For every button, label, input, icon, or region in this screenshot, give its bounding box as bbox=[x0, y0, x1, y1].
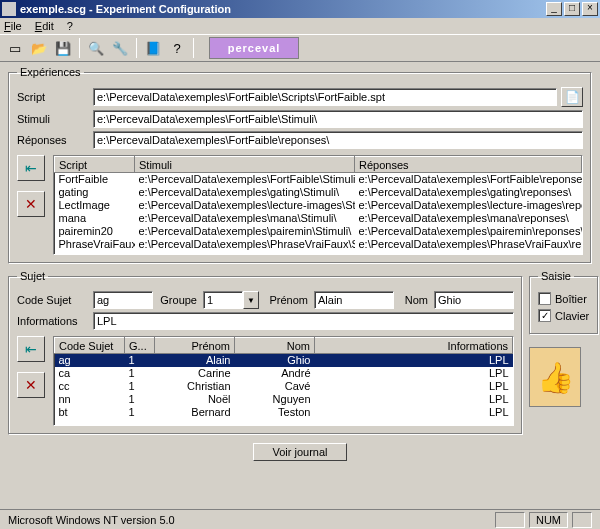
delete-experiment-button[interactable]: ✕ bbox=[17, 191, 45, 217]
add-experiment-button[interactable]: ⇤ bbox=[17, 155, 45, 181]
saisie-group: Saisie Boîtier ✓ Clavier bbox=[529, 270, 599, 335]
reponses-field[interactable]: e:\PercevalData\exemples\FortFaible\repo… bbox=[93, 131, 583, 149]
help-icon[interactable]: ? bbox=[166, 37, 188, 59]
checkbox-icon: ✓ bbox=[538, 309, 551, 322]
table-row[interactable]: LectImagee:\PercevalData\exemples\lectur… bbox=[55, 199, 582, 212]
table-row[interactable]: bt1BernardTestonLPL bbox=[55, 406, 513, 419]
table-row[interactable]: cc1ChristianCavéLPL bbox=[55, 380, 513, 393]
checkbox-icon bbox=[538, 292, 551, 305]
col-code[interactable]: Code Sujet bbox=[55, 338, 125, 354]
clavier-label: Clavier bbox=[555, 310, 589, 322]
toolbar: ▭ 📂 💾 🔍 🔧 📘 ? perceval bbox=[0, 34, 600, 62]
prenom-field[interactable]: Alain bbox=[314, 291, 394, 309]
close-button[interactable]: × bbox=[582, 2, 598, 16]
clavier-checkbox[interactable]: ✓ Clavier bbox=[538, 309, 590, 322]
groupe-value: 1 bbox=[203, 291, 243, 309]
saisie-legend: Saisie bbox=[538, 270, 574, 282]
save-icon[interactable]: 💾 bbox=[52, 37, 74, 59]
chevron-down-icon[interactable]: ▼ bbox=[243, 291, 259, 309]
table-row[interactable]: nn1NoëlNguyenLPL bbox=[55, 393, 513, 406]
menubar: File Edit ? bbox=[0, 18, 600, 34]
col-script[interactable]: Script bbox=[55, 157, 135, 173]
open-icon[interactable]: 📂 bbox=[28, 37, 50, 59]
table-row[interactable]: pairemin20e:\PercevalData\exemples\paire… bbox=[55, 225, 582, 238]
thumbs-up-icon[interactable]: 👍 bbox=[529, 347, 581, 407]
find-icon[interactable]: 🔍 bbox=[85, 37, 107, 59]
subjects-table[interactable]: Code Sujet G... Prénom Nom Informations … bbox=[53, 336, 514, 426]
menu-edit[interactable]: Edit bbox=[35, 20, 54, 32]
table-row[interactable]: gatinge:\PercevalData\exemples\gating\St… bbox=[55, 186, 582, 199]
minimize-button[interactable]: _ bbox=[546, 2, 562, 16]
titlebar[interactable]: exemple.scg - Experiment Configuration _… bbox=[0, 0, 600, 18]
book-icon[interactable]: 📘 bbox=[142, 37, 164, 59]
window-title: exemple.scg - Experiment Configuration bbox=[20, 3, 544, 15]
col-prenom[interactable]: Prénom bbox=[155, 338, 235, 354]
statusbar: Microsoft Windows NT version 5.0 NUM bbox=[0, 509, 600, 529]
prenom-label: Prénom bbox=[259, 294, 314, 306]
brand-banner: perceval bbox=[209, 37, 299, 59]
boitier-label: Boîtier bbox=[555, 293, 587, 305]
tool-icon[interactable]: 🔧 bbox=[109, 37, 131, 59]
status-num: NUM bbox=[529, 512, 568, 528]
boitier-checkbox[interactable]: Boîtier bbox=[538, 292, 590, 305]
col-reponses[interactable]: Réponses bbox=[355, 157, 582, 173]
table-row[interactable]: ag1AlainGhioLPL bbox=[55, 354, 513, 367]
reponses-label: Réponses bbox=[17, 134, 93, 146]
info-field[interactable]: LPL bbox=[93, 312, 514, 330]
table-row[interactable]: ca1CarineAndréLPL bbox=[55, 367, 513, 380]
add-subject-button[interactable]: ⇤ bbox=[17, 336, 45, 362]
nom-field[interactable]: Ghio bbox=[434, 291, 514, 309]
col-groupe[interactable]: G... bbox=[125, 338, 155, 354]
status-os: Microsoft Windows NT version 5.0 bbox=[8, 514, 491, 526]
delete-subject-button[interactable]: ✕ bbox=[17, 372, 45, 398]
new-icon[interactable]: ▭ bbox=[4, 37, 26, 59]
script-field[interactable]: e:\PercevalData\exemples\FortFaible\Scri… bbox=[93, 88, 557, 106]
stimuli-field[interactable]: e:\PercevalData\exemples\FortFaible\Stim… bbox=[93, 110, 583, 128]
browse-script-button[interactable]: 📄 bbox=[561, 87, 583, 107]
nom-label: Nom bbox=[394, 294, 434, 306]
app-icon bbox=[2, 2, 16, 16]
sujet-legend: Sujet bbox=[17, 270, 48, 282]
col-stimuli[interactable]: Stimuli bbox=[135, 157, 355, 173]
code-label: Code Sujet bbox=[17, 294, 93, 306]
menu-help[interactable]: ? bbox=[67, 20, 73, 32]
code-field[interactable]: ag bbox=[93, 291, 153, 309]
col-nom[interactable]: Nom bbox=[235, 338, 315, 354]
experiments-table[interactable]: Script Stimuli Réponses FortFaiblee:\Per… bbox=[53, 155, 583, 255]
groupe-label: Groupe bbox=[153, 294, 203, 306]
script-label: Script bbox=[17, 91, 93, 103]
info-label: Informations bbox=[17, 315, 93, 327]
table-row[interactable]: manae:\PercevalData\exemples\mana\Stimul… bbox=[55, 212, 582, 225]
maximize-button[interactable]: □ bbox=[564, 2, 580, 16]
experiences-legend: Expériences bbox=[17, 66, 84, 78]
menu-file[interactable]: File bbox=[4, 20, 22, 32]
stimuli-label: Stimuli bbox=[17, 113, 93, 125]
voir-journal-button[interactable]: Voir journal bbox=[253, 443, 346, 461]
table-row[interactable]: FortFaiblee:\PercevalData\exemples\FortF… bbox=[55, 173, 582, 186]
sujet-group: Sujet Code Sujet ag Groupe 1 ▼ Prénom Al… bbox=[8, 270, 523, 435]
table-row[interactable]: PhraseVraiFauxe:\PercevalData\exemples\P… bbox=[55, 238, 582, 251]
groupe-combo[interactable]: 1 ▼ bbox=[203, 291, 259, 309]
experiences-group: Expériences Script e:\PercevalData\exemp… bbox=[8, 66, 592, 264]
col-info[interactable]: Informations bbox=[315, 338, 513, 354]
